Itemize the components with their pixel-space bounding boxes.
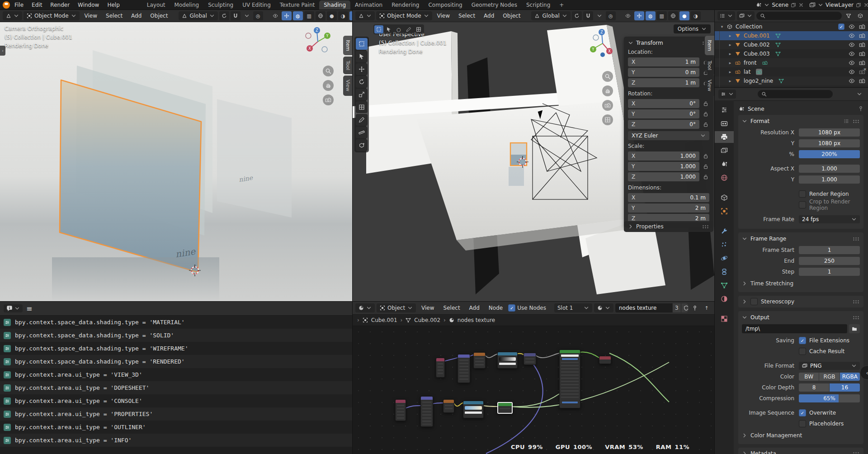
select-menu[interactable]: Select [102,12,126,19]
tab-tool[interactable] [715,104,734,116]
add-workspace-button[interactable]: + [555,0,568,10]
node-mapping[interactable] [420,396,433,427]
panel-title[interactable]: Frame Range [750,236,786,242]
node-canvas[interactable]: CPU99% GPU100% VRAM53% RAM11% [353,326,714,454]
drag-handle[interactable] [853,452,860,454]
snapping-options-button[interactable] [594,11,604,20]
zoom-icon[interactable] [323,66,334,76]
rotation-mode-dropdown[interactable]: XYZ Euler [628,131,709,140]
expand-arrow-icon[interactable]: ▸ [727,61,733,65]
scale-x-field[interactable]: X1.000 [628,151,699,161]
properties-options-icon[interactable] [854,90,864,99]
collapse-icon[interactable] [742,315,747,320]
frame-step-field[interactable]: 1 [799,268,860,276]
tab-animation[interactable]: Animation [350,0,387,10]
menu-window[interactable]: Window [74,1,103,9]
tool-scale[interactable] [356,89,368,100]
log-line[interactable]: bpy.context.area.ui_type = 'INFO' [0,434,353,447]
material-name-field[interactable]: nodes texture [615,305,672,311]
lock-icon[interactable] [702,111,709,117]
proportional-editing-button[interactable]: ◎ [606,11,616,20]
disable-render-icon[interactable] [859,60,865,66]
object-menu[interactable]: Object [146,12,171,19]
color-bw-button[interactable]: BW [799,373,819,381]
users-count-button[interactable]: 3 [672,303,681,312]
outliner-row-collection[interactable]: ▾ Collection ✓ [715,22,868,31]
compression-slider[interactable]: 65% [799,394,860,402]
add-menu[interactable]: Add [127,12,145,19]
tab-collection[interactable] [715,192,734,203]
tool-add-cube[interactable] [356,139,368,151]
render-region-checkbox[interactable] [799,190,806,198]
frame-start-field[interactable]: 1 [799,246,860,254]
camera-view-icon[interactable] [323,95,334,105]
crop-render-region-checkbox[interactable] [799,201,806,208]
tab-constraints[interactable] [715,266,734,278]
rendered-view[interactable]: Camera Orthographic (5) Collection | Cub… [0,22,353,302]
show-gizmo-button[interactable] [634,11,644,20]
tab-layout[interactable]: Layout [142,0,170,10]
color-rgb-button[interactable]: RGB [819,373,839,381]
node-texture-coordinate[interactable] [395,399,406,421]
select-circle-icon[interactable]: ○ [394,25,403,33]
select-tweak-icon[interactable] [384,25,393,33]
pan-hand-icon[interactable] [323,80,334,91]
search-input[interactable] [769,91,829,97]
breadcrumb-material[interactable]: nodes texture [458,317,495,323]
toolbar-expand-arrow[interactable]: › [0,46,5,56]
drag-handle[interactable] [853,300,860,304]
log-line[interactable]: bpy.context.area.ui_type = 'PROPERTIES' [0,407,353,421]
use-nodes-checkbox[interactable]: ✓ [508,304,515,312]
drag-handle[interactable] [853,237,860,241]
tool-select-box[interactable] [356,38,368,50]
toggle-xray-button[interactable]: ▥ [657,11,667,20]
transform-orientation-selector[interactable]: Global [179,11,217,20]
unlink-scene-icon[interactable] [798,2,804,8]
drag-handle[interactable] [853,316,860,320]
hide-eye-icon[interactable] [849,78,855,84]
tab-render[interactable] [715,118,734,129]
shader-type-selector[interactable]: Object [377,303,416,312]
tool-rotate[interactable] [356,76,368,88]
snapping-options-button[interactable] [242,11,252,20]
tool-move[interactable] [356,63,368,75]
tool-annotate[interactable] [356,114,368,126]
output-path-field[interactable]: /tmp\ [742,324,847,333]
node-menu[interactable]: Node [485,304,506,312]
lock-icon[interactable] [702,153,709,159]
tab-physics[interactable] [715,252,734,264]
color-management-subpanel[interactable]: Color Management [742,430,860,440]
outliner-row-object[interactable]: ▸ Cube.003 [715,49,868,58]
lock-icon[interactable] [702,122,709,127]
collapse-icon[interactable] [628,40,633,46]
tab-uv-editing[interactable]: UV Editing [238,0,275,10]
panel-title[interactable]: Output [750,314,769,321]
transform-orientation-selector[interactable]: Global [531,11,570,20]
log-line[interactable]: bpy.context.area.ui_type = 'CONSOLE' [0,394,353,407]
view-menu[interactable]: View [81,12,101,19]
editor-type-selector[interactable] [355,11,375,20]
show-overlays-button[interactable]: ◍ [646,11,656,20]
log-line[interactable]: bpy.context.area.ui_type = 'DOPESHEET' [0,381,353,394]
placeholders-checkbox[interactable] [799,420,806,427]
outliner-row-object[interactable]: ▸ lat × [715,67,868,76]
visibility-dropdown-button[interactable] [623,11,633,20]
scene-selector[interactable]: Scene [754,2,806,8]
hamburger-menu-icon[interactable]: ≡ [26,304,32,313]
scale-z-field[interactable]: Z1.000 [628,172,699,181]
show-gizmo-button[interactable] [282,11,292,20]
shading-rendered-button[interactable]: ◕ [349,11,353,20]
sidebar-tab-tool[interactable]: Tool [343,57,353,74]
frame-end-field[interactable]: 250 [799,257,860,265]
time-stretching-subpanel[interactable]: Time Stretching [742,279,860,288]
overwrite-checkbox[interactable]: ✓ [799,409,806,416]
hide-eye-icon[interactable] [849,24,855,30]
expand-arrow-icon[interactable]: ▸ [727,70,733,74]
tab-texture[interactable] [715,313,734,325]
metadata-panel[interactable]: Metadata [738,448,863,454]
node-principled-bsdf[interactable] [559,350,580,408]
tab-object-data[interactable] [715,279,734,291]
view-menu[interactable]: View [418,304,438,312]
mode-selector[interactable]: Object Mode [24,11,80,20]
log-line[interactable]: bpy.context.area.ui_type = 'OUTLINER' [0,421,353,434]
